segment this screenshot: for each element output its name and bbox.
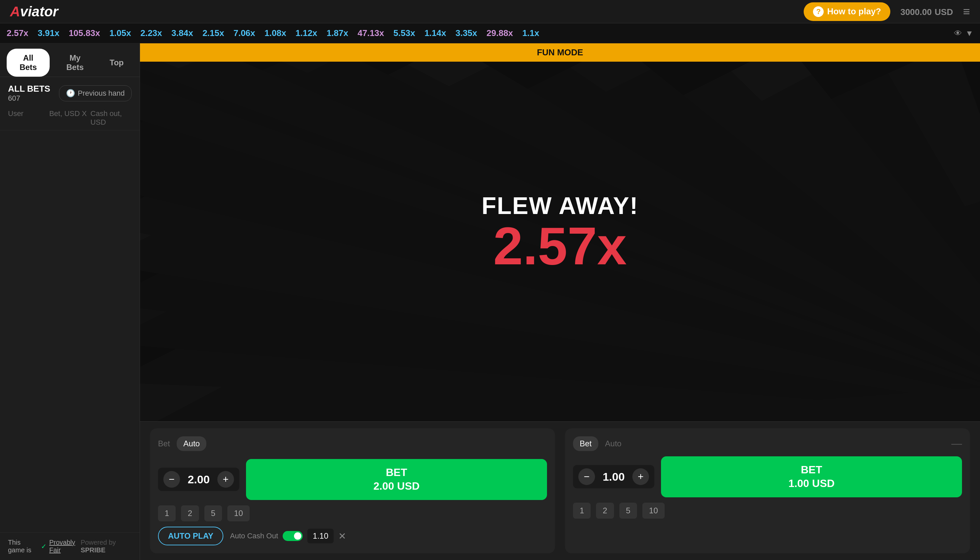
previous-hand-button[interactable]: 🕐 Previous hand bbox=[59, 85, 132, 101]
panel1-bet-label: BET bbox=[253, 466, 540, 480]
panel1-tab-bet[interactable]: Bet bbox=[158, 439, 170, 448]
panel1-bet-amount: 2.00 USD bbox=[253, 479, 540, 493]
ticker-item-4[interactable]: 2.23x bbox=[140, 28, 162, 38]
panel2-quick-10[interactable]: 10 bbox=[642, 503, 665, 519]
auto-cashout-toggle[interactable] bbox=[283, 531, 303, 541]
panel2-quick-5[interactable]: 5 bbox=[619, 503, 637, 519]
flew-away-container: FLEW AWAY! 2.57x bbox=[482, 192, 639, 273]
panel2-tab-bet[interactable]: Bet bbox=[573, 436, 598, 451]
ticker-item-13[interactable]: 1.14x bbox=[424, 28, 446, 38]
panel1-decrease-button[interactable]: − bbox=[163, 471, 180, 488]
powered-by-section: Powered by SPRIBE bbox=[81, 539, 132, 554]
panel2-tab-auto[interactable]: Auto bbox=[605, 439, 621, 448]
provably-fair-link[interactable]: Provably Fair bbox=[49, 539, 81, 554]
panel1-quick-10[interactable]: 10 bbox=[227, 505, 250, 521]
panel2-bet-row: − 1.00 + BET 1.00 USD bbox=[573, 456, 962, 497]
panel1-quick-amounts: 1 2 5 10 bbox=[158, 505, 547, 521]
tab-my-bets[interactable]: My Bets bbox=[53, 49, 97, 77]
auto-cashout-label: Auto Cash Out bbox=[230, 532, 278, 540]
ticker-item-6[interactable]: 2.15x bbox=[202, 28, 224, 38]
game-canvas: FUN MODE bbox=[140, 43, 980, 421]
panel2-amount-control: − 1.00 + bbox=[573, 465, 654, 488]
panel1-auto-cashout-row: Auto Cash Out 1.10 ✕ bbox=[230, 529, 346, 543]
panel1-quick-1[interactable]: 1 bbox=[158, 505, 176, 521]
eye-icon[interactable]: 👁 bbox=[954, 29, 962, 38]
panel2-quick-2[interactable]: 2 bbox=[596, 503, 614, 519]
app-logo: Aviator bbox=[10, 4, 58, 20]
ticker-item-2[interactable]: 105.83x bbox=[69, 28, 100, 38]
how-to-play-button[interactable]: ? How to play? bbox=[804, 2, 890, 21]
tab-all-bets[interactable]: All Bets bbox=[7, 49, 50, 77]
col-user: User bbox=[8, 109, 49, 127]
hamburger-menu[interactable]: ≡ bbox=[963, 5, 970, 19]
panel1-auto-play-button[interactable]: AUTO PLAY bbox=[158, 527, 223, 545]
bets-count: 607 bbox=[8, 94, 50, 103]
multiplier-ticker: 2.57x 3.91x 105.83x 1.05x 2.23x 3.84x 2.… bbox=[0, 23, 980, 43]
panel1-tab-auto[interactable]: Auto bbox=[177, 436, 206, 451]
ticker-item-11[interactable]: 47.13x bbox=[358, 28, 384, 38]
panel2-bet-label: BET bbox=[668, 463, 955, 477]
panel1-quick-5[interactable]: 5 bbox=[204, 505, 222, 521]
powered-by-label: Powered by bbox=[81, 539, 116, 546]
panel2-tabs: Bet Auto — bbox=[573, 436, 962, 451]
ticker-item-10[interactable]: 1.87x bbox=[327, 28, 348, 38]
panel2-minimize-button[interactable]: — bbox=[951, 437, 962, 450]
panel2-decrease-button[interactable]: − bbox=[578, 468, 595, 485]
col-bet: Bet, USD X bbox=[49, 109, 91, 127]
ticker-item-8[interactable]: 1.08x bbox=[265, 28, 286, 38]
ticker-item-12[interactable]: 5.53x bbox=[393, 28, 415, 38]
ticker-item-16[interactable]: 1.1x bbox=[522, 28, 539, 38]
panel2-quick-1[interactable]: 1 bbox=[573, 503, 591, 519]
ticker-item-7[interactable]: 7.06x bbox=[233, 28, 255, 38]
panel2-bet-button[interactable]: BET 1.00 USD bbox=[661, 456, 962, 497]
bottom-controls: Bet Auto − 2.00 + BET 2.00 USD 1 bbox=[140, 421, 980, 560]
flew-away-multiplier: 2.57x bbox=[482, 219, 639, 273]
bet-panel-1: Bet Auto − 2.00 + BET 2.00 USD 1 bbox=[150, 428, 555, 553]
bets-header: ALL BETS 607 🕐 Previous hand bbox=[0, 77, 140, 106]
top-nav: Aviator ? How to play? 3000.00 USD ≡ bbox=[0, 0, 980, 23]
bets-table-header: User Bet, USD X Cash out, USD bbox=[0, 106, 140, 130]
ticker-item-15[interactable]: 29.88x bbox=[487, 28, 513, 38]
flew-away-text: FLEW AWAY! bbox=[482, 192, 639, 219]
panel1-amount-value: 2.00 bbox=[185, 473, 212, 486]
fun-mode-banner: FUN MODE bbox=[140, 43, 980, 62]
ticker-item-5[interactable]: 3.84x bbox=[171, 28, 193, 38]
bets-list bbox=[0, 130, 140, 532]
fun-mode-label: FUN MODE bbox=[537, 47, 583, 57]
question-icon: ? bbox=[813, 6, 824, 17]
panel2-amount-value: 1.00 bbox=[600, 470, 627, 483]
provably-fair-footer: This game is ✓ Provably Fair Powered by … bbox=[0, 532, 140, 560]
left-panel: All Bets My Bets Top ALL BETS 607 🕐 Prev… bbox=[0, 43, 140, 560]
panel2-bet-amount: 1.00 USD bbox=[668, 477, 955, 491]
auto-cashout-value[interactable]: 1.10 bbox=[307, 529, 334, 543]
ticker-item-1[interactable]: 3.91x bbox=[38, 28, 59, 38]
provably-fair-section: This game is ✓ Provably Fair bbox=[8, 539, 81, 554]
panel1-auto-play-row: AUTO PLAY Auto Cash Out 1.10 ✕ bbox=[158, 527, 547, 545]
panel1-bet-button[interactable]: BET 2.00 USD bbox=[246, 459, 547, 500]
ticker-item-3[interactable]: 1.05x bbox=[109, 28, 131, 38]
all-bets-label: ALL BETS bbox=[8, 84, 50, 94]
clock-icon: 🕐 bbox=[66, 89, 75, 98]
top-right-controls: ? How to play? 3000.00 USD ≡ bbox=[804, 2, 970, 21]
bet-panel-2: Bet Auto — − 1.00 + BET 1.00 USD bbox=[565, 428, 970, 553]
tab-top[interactable]: Top bbox=[100, 49, 133, 77]
chevron-down-icon[interactable]: ▼ bbox=[965, 29, 973, 38]
provably-fair-text: This game is bbox=[8, 539, 38, 554]
panel1-amount-control: − 2.00 + bbox=[158, 468, 239, 491]
auto-cashout-close[interactable]: ✕ bbox=[338, 531, 346, 542]
bets-tabs: All Bets My Bets Top bbox=[0, 43, 140, 77]
previous-hand-label: Previous hand bbox=[78, 89, 125, 98]
ticker-item-9[interactable]: 1.12x bbox=[296, 28, 317, 38]
ticker-item-14[interactable]: 3.35x bbox=[455, 28, 477, 38]
how-to-play-label: How to play? bbox=[827, 6, 881, 17]
all-bets-section: ALL BETS 607 bbox=[8, 84, 50, 103]
main-layout: All Bets My Bets Top ALL BETS 607 🕐 Prev… bbox=[0, 43, 980, 560]
panel1-quick-2[interactable]: 2 bbox=[181, 505, 199, 521]
panel2-increase-button[interactable]: + bbox=[632, 468, 649, 485]
panel1-increase-button[interactable]: + bbox=[217, 471, 234, 488]
ticker-item-0[interactable]: 2.57x bbox=[7, 28, 28, 38]
panel1-tabs: Bet Auto bbox=[158, 436, 547, 451]
panel2-quick-amounts: 1 2 5 10 bbox=[573, 503, 962, 519]
right-panel: FUN MODE bbox=[140, 43, 980, 560]
ticker-controls: 👁 ▼ bbox=[954, 29, 973, 38]
